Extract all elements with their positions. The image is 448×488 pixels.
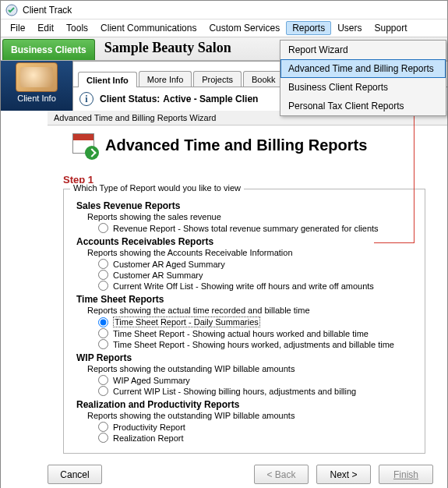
wizard-buttons: Cancel < Back Next > Finish	[1, 458, 447, 488]
wizard-header: Advanced Time and Billing Reports	[48, 127, 441, 161]
section-timesheet-desc: Reports showing the actual time recorded…	[87, 306, 417, 315]
section-ar-desc: Reports showing the Accounts Receivable …	[87, 248, 417, 257]
status-label: Client Status:	[100, 94, 160, 104]
opt-ar-aged[interactable]: Customer AR Aged Summary	[98, 259, 417, 269]
radio-ar-aged[interactable]	[98, 259, 108, 269]
status-value: Active - Sample Clien	[163, 94, 258, 104]
menu-personal-tax-reports[interactable]: Personal Tax Client Reports	[280, 97, 446, 115]
report-type-group: Which Type of Report would you like to v…	[63, 189, 425, 454]
left-panel: Client Info	[1, 61, 72, 111]
section-realization-desc: Reports showing the outstanding WIP bill…	[87, 411, 417, 420]
back-button[interactable]: < Back	[254, 465, 309, 484]
cancel-button[interactable]: Cancel	[48, 465, 102, 484]
group-title: Which Type of Report would you like to v…	[70, 183, 244, 193]
menubar: File Edit Tools Client Communications Cu…	[1, 19, 447, 37]
opt-writeoff[interactable]: Current Write Off List - Showing write o…	[98, 281, 417, 291]
section-sales-desc: Reports showing the sales revenue	[87, 212, 417, 221]
section-timesheet: Time Sheet Reports	[76, 294, 417, 305]
radio-writeoff[interactable]	[98, 281, 108, 291]
menu-custom-services[interactable]: Custom Services	[203, 21, 286, 35]
radio-ar-summary[interactable]	[98, 270, 108, 280]
menu-users[interactable]: Users	[331, 21, 368, 35]
opt-wip-aged[interactable]: WIP Aged Summary	[98, 375, 417, 385]
radio-wip-current[interactable]	[98, 386, 108, 396]
menu-report-wizard[interactable]: Report Wizard	[280, 41, 446, 59]
radio-ts-daily[interactable]	[98, 317, 108, 327]
tab-client-info[interactable]: Client Info	[78, 72, 137, 87]
callout-line-h	[374, 242, 414, 243]
menu-tools[interactable]: Tools	[60, 21, 94, 35]
finish-button[interactable]: Finish	[379, 465, 433, 484]
opt-ar-summary[interactable]: Customer AR Summary	[98, 270, 417, 280]
opt-ts-actual[interactable]: Time Sheet Report - Showing actual hours…	[98, 328, 417, 338]
opt-ts-daily[interactable]: Time Sheet Report - Daily Summaries	[98, 316, 417, 327]
handshake-icon	[16, 62, 58, 92]
app-window: Client Track File Edit Tools Client Comm…	[0, 0, 448, 488]
tab-more-info[interactable]: More Info	[139, 71, 192, 87]
menu-edit[interactable]: Edit	[31, 21, 60, 35]
menu-client-communications[interactable]: Client Communications	[94, 21, 203, 35]
left-panel-label: Client Info	[1, 94, 72, 103]
section-sales: Sales Revenue Reports	[76, 200, 417, 211]
section-ar: Accounts Receivables Reports	[76, 236, 417, 247]
wizard-title: Advanced Time and Billing Reports	[105, 136, 367, 154]
calendar-reload-icon	[71, 132, 97, 158]
opt-wip-current[interactable]: Current WIP List - Showing billing hours…	[98, 386, 417, 396]
titlebar: Client Track	[1, 1, 447, 19]
opt-realization[interactable]: Realization Report	[98, 433, 417, 443]
menu-support[interactable]: Support	[369, 21, 414, 35]
window-title: Client Track	[23, 5, 72, 16]
wizard: Advanced Time and Billing Reports Step 1…	[48, 127, 441, 454]
radio-wip-aged[interactable]	[98, 375, 108, 385]
radio-realization[interactable]	[98, 433, 108, 443]
client-name: Sample Beauty Salon	[95, 37, 241, 60]
opt-revenue-report[interactable]: Revenue Report - Shows total revenue sum…	[98, 223, 417, 233]
business-clients-tab[interactable]: Business Clients	[2, 39, 95, 60]
section-realization: Realization and Productivity Reports	[76, 399, 417, 410]
info-icon: i	[79, 92, 93, 106]
section-wip-desc: Reports showing the outstanding WIP bill…	[87, 364, 417, 373]
tab-bookk[interactable]: Bookk	[243, 71, 284, 87]
opt-productivity[interactable]: Productivity Report	[98, 422, 417, 432]
section-wip: WIP Reports	[76, 352, 417, 363]
next-button[interactable]: Next >	[316, 465, 371, 484]
app-icon	[5, 4, 18, 16]
tab-projects[interactable]: Projects	[193, 71, 242, 87]
opt-ts-adjust[interactable]: Time Sheet Report - Showing hours worked…	[98, 339, 417, 349]
radio-ts-adjust[interactable]	[98, 339, 108, 349]
menu-reports[interactable]: Reports	[286, 21, 331, 35]
radio-ts-actual[interactable]	[98, 328, 108, 338]
reports-dropdown: Report Wizard Advanced Time and Billing …	[280, 40, 446, 116]
radio-productivity[interactable]	[98, 422, 108, 432]
menu-file[interactable]: File	[4, 21, 31, 35]
menu-business-client-reports[interactable]: Business Client Reports	[280, 78, 446, 97]
menu-advanced-time-billing[interactable]: Advanced Time and Billing Reports	[280, 59, 446, 78]
radio-revenue-report[interactable]	[98, 223, 108, 233]
